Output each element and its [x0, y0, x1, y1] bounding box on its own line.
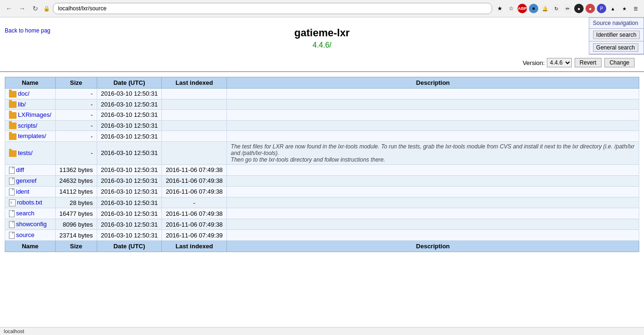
cell-description — [227, 164, 639, 175]
cell-size: - — [55, 141, 97, 164]
cell-indexed — [162, 131, 227, 142]
star-icon[interactable]: ☆ — [506, 4, 516, 13]
cell-size: 23714 bytes — [55, 230, 97, 241]
cell-description — [227, 208, 639, 219]
table-row: robots.txt28 bytes2016-03-10 12:50:31- — [5, 197, 639, 208]
back-button[interactable]: ← — [4, 3, 14, 14]
cell-indexed — [162, 141, 227, 164]
cell-size: 8096 bytes — [55, 219, 97, 230]
cell-description — [227, 230, 639, 241]
cell-date: 2016-03-10 12:50:31 — [97, 99, 162, 110]
cell-date: 2016-03-10 12:50:31 — [97, 89, 162, 99]
cell-date: 2016-03-10 12:50:31 — [97, 164, 162, 175]
cell-description — [227, 110, 639, 121]
cell-description — [227, 131, 639, 142]
nav-panel: Source navigation Identifier search Gene… — [589, 17, 644, 55]
table-row: lib/-2016-03-10 12:50:31 — [5, 99, 639, 110]
col-date-foot: Date (UTC) — [97, 241, 162, 252]
file-link[interactable]: genxref — [16, 177, 36, 184]
cell-indexed — [162, 110, 227, 121]
lock-icon: 🔒 — [43, 6, 50, 12]
page-title: gatieme-lxr — [0, 27, 644, 39]
ext4-icon[interactable]: ✏ — [563, 4, 572, 13]
col-name-foot: Name — [5, 241, 56, 252]
identifier-search-link[interactable]: Identifier search — [589, 29, 644, 41]
reload-button[interactable]: ↻ — [30, 3, 41, 14]
file-icon — [9, 210, 15, 217]
forward-button[interactable]: → — [17, 3, 27, 14]
identifier-search-button[interactable]: Identifier search — [593, 31, 640, 39]
cell-name: templates/ — [5, 131, 56, 142]
ext3-icon[interactable]: ↻ — [552, 4, 561, 13]
general-search-link[interactable]: General search — [589, 41, 644, 54]
col-indexed-foot: Last indexed — [162, 241, 227, 252]
cell-size: - — [55, 131, 97, 142]
table-row: tests/-2016-03-10 12:50:31The test files… — [5, 141, 639, 164]
table-row: showconfig8096 bytes2016-03-10 12:50:312… — [5, 219, 639, 230]
adblock-icon[interactable]: ABP — [518, 4, 527, 13]
cell-date: 2016-03-10 12:50:31 — [97, 208, 162, 219]
file-link[interactable]: showconfig — [16, 221, 47, 228]
url-bar[interactable] — [53, 3, 492, 14]
table-row: source23714 bytes2016-03-10 12:50:312016… — [5, 230, 639, 241]
folder-icon — [9, 101, 17, 108]
revert-button[interactable]: Revert — [575, 58, 602, 67]
file-icon — [9, 167, 15, 174]
cell-indexed: 2016-11-06 07:49:38 — [162, 208, 227, 219]
file-link[interactable]: robots.txt — [17, 199, 42, 206]
ext1-icon[interactable]: ■ — [529, 4, 538, 13]
file-link[interactable]: ident — [16, 188, 29, 195]
cell-size: - — [55, 110, 97, 121]
file-link[interactable]: templates/ — [18, 132, 46, 139]
cell-name: scripts/ — [5, 120, 56, 131]
folder-icon — [9, 150, 17, 157]
cell-description: The test files for LXR are now found in … — [227, 141, 639, 164]
general-search-button[interactable]: General search — [593, 43, 638, 52]
ext6-icon[interactable]: ● — [585, 4, 595, 13]
cell-date: 2016-03-10 12:50:31 — [97, 197, 162, 208]
file-link[interactable]: tests/ — [18, 149, 33, 156]
file-link[interactable]: scripts/ — [18, 122, 37, 129]
ext8-icon[interactable]: ▲ — [608, 4, 618, 13]
file-link[interactable]: source — [16, 231, 34, 238]
table-row: scripts/-2016-03-10 12:50:31 — [5, 120, 639, 131]
file-link[interactable]: doc/ — [18, 90, 30, 97]
cell-name: showconfig — [5, 219, 56, 230]
ext2-icon[interactable]: 🔔 — [540, 4, 550, 13]
cell-indexed — [162, 120, 227, 131]
col-description: Description — [227, 77, 639, 89]
table-row: genxref24632 bytes2016-03-10 12:50:31201… — [5, 175, 639, 186]
cell-indexed: 2016-11-06 07:49:39 — [162, 230, 227, 241]
cell-description — [227, 219, 639, 230]
cell-indexed: 2016-11-06 07:49:38 — [162, 219, 227, 230]
cell-name: search — [5, 208, 56, 219]
bookmark-icon[interactable]: ★ — [495, 4, 504, 13]
cell-date: 2016-03-10 12:50:31 — [97, 186, 162, 197]
ext9-icon[interactable]: ★ — [619, 4, 629, 13]
cell-description — [227, 99, 639, 110]
cell-date: 2016-03-10 12:50:31 — [97, 219, 162, 230]
cell-size: - — [55, 99, 97, 110]
cell-indexed: - — [162, 197, 227, 208]
cell-date: 2016-03-10 12:50:31 — [97, 131, 162, 142]
ext7-icon[interactable]: P — [597, 4, 606, 13]
cell-name: doc/ — [5, 89, 56, 99]
menu-icon[interactable]: ☰ — [631, 4, 640, 13]
cell-date: 2016-03-10 12:50:31 — [97, 110, 162, 121]
file-link[interactable]: lib/ — [18, 101, 26, 108]
table-row: diff11362 bytes2016-03-10 12:50:312016-1… — [5, 164, 639, 175]
back-home-link[interactable]: Back to home pag — [5, 27, 50, 34]
version-path: 4.4.6/ — [0, 41, 644, 49]
table-footer: Name Size Date (UTC) Last indexed Descri… — [5, 241, 639, 252]
file-link[interactable]: search — [16, 210, 34, 217]
change-button[interactable]: Change — [604, 58, 635, 67]
table-body: doc/-2016-03-10 12:50:31lib/-2016-03-10 … — [5, 89, 639, 241]
table-row: ident14112 bytes2016-03-10 12:50:312016-… — [5, 186, 639, 197]
col-size-foot: Size — [55, 241, 97, 252]
cell-size: - — [55, 89, 97, 99]
version-select[interactable]: 4.4.6 — [547, 58, 572, 67]
ext5-icon[interactable]: ● — [574, 4, 584, 13]
file-link[interactable]: diff — [16, 166, 24, 173]
file-icon — [9, 221, 15, 228]
file-link[interactable]: LXRimages/ — [18, 111, 51, 118]
